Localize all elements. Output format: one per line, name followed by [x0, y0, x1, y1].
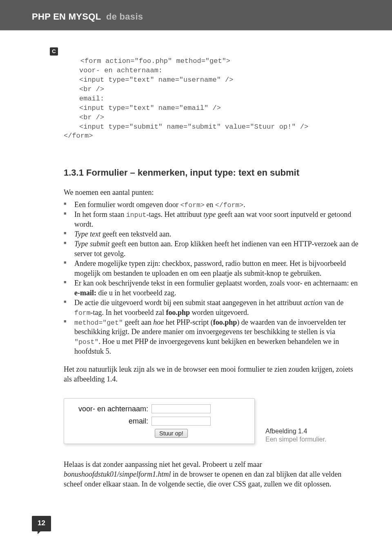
page-number: 12	[32, 516, 51, 531]
list-item: Type submit geeft een button aan. Erop k…	[64, 239, 360, 259]
list-item: De actie die uitgevoerd wordt bij een su…	[64, 298, 360, 318]
list-item: Andere mogelijke typen zijn: checkbox, p…	[64, 259, 360, 279]
intro-paragraph: We noemen een aantal punten:	[64, 188, 360, 198]
list-item: In het form staan input-tags. Het attrib…	[64, 210, 360, 230]
code-line: </form>	[64, 132, 93, 140]
code-listing: C<form action="foo.php" method="get"> vo…	[64, 47, 360, 150]
page-header: PHP EN MYSQL de basis	[0, 0, 392, 30]
code-marker-icon: C	[50, 47, 58, 56]
section-heading: 1.3.1 Formulier – kenmerken, input type:…	[64, 167, 360, 178]
email-input[interactable]	[151, 417, 211, 426]
name-input[interactable]	[151, 404, 211, 413]
code-line: <input type="text" name="email" />	[64, 104, 360, 113]
closing-paragraph: Helaas is dat zonder aanpassing niet het…	[64, 459, 360, 489]
form-submit-row: Stuur op!	[71, 429, 247, 438]
list-item: Er kan ook beschrijvende tekst in een fo…	[64, 279, 360, 298]
code-line: email:	[64, 94, 360, 104]
form-label-name: voor- en achternaam:	[71, 405, 151, 413]
header-title: PHP EN MYSQL	[32, 11, 101, 22]
header-subtitle: de basis	[106, 11, 143, 22]
paragraph: Het zou natuurlijk leuk zijn als we in d…	[64, 365, 360, 384]
form-label-email: email:	[71, 417, 151, 426]
code-line: <form action="foo.php" method="get">	[80, 57, 230, 65]
list-item: method="get" geeft aan hoe het PHP-scrip…	[64, 318, 360, 357]
form-preview: voor- en achternaam: email: Stuur op!	[64, 398, 255, 444]
code-line: <input type="text" name="username" />	[64, 76, 360, 85]
list-item: Type text geeft een tekstveld aan.	[64, 230, 360, 239]
form-row: voor- en achternaam:	[71, 404, 247, 413]
list-item: Een formulier wordt omgeven door <form> …	[64, 200, 360, 210]
figure-caption: Afbeelding 1.4 Een simpel formulier.	[265, 427, 326, 444]
submit-button[interactable]: Stuur op!	[155, 429, 188, 438]
code-line: <br />	[64, 113, 360, 123]
bullet-list: Een formulier wordt omgeven door <form> …	[64, 200, 360, 357]
code-line: voor- en achternaam:	[64, 66, 360, 76]
code-line: <input type="submit" name="submit" value…	[64, 123, 360, 132]
code-line: <br />	[64, 85, 360, 94]
form-row: email:	[71, 417, 247, 426]
caption-subtitle: Een simpel formulier.	[265, 435, 326, 444]
page-content: C<form action="foo.php" method="get"> vo…	[0, 30, 392, 489]
caption-title: Afbeelding 1.4	[265, 427, 326, 436]
figure-row: voor- en achternaam: email: Stuur op! Af…	[64, 398, 360, 444]
